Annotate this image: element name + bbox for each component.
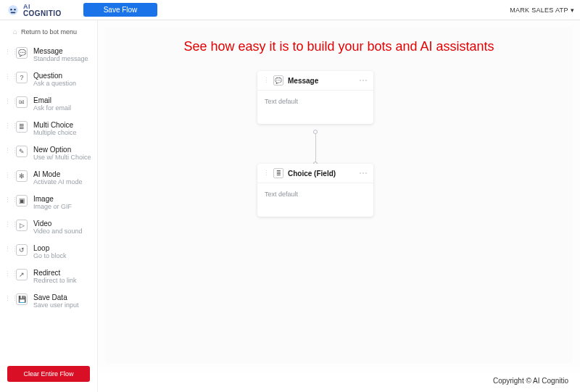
more-icon[interactable]: ⋯	[359, 170, 368, 177]
block-subtitle: Standard message	[33, 55, 88, 63]
node-title: Message	[288, 77, 355, 85]
block-icon: ✎	[16, 146, 28, 157]
robot-icon	[6, 3, 20, 17]
block-subtitle: Multiple choice	[33, 129, 77, 137]
drag-handle-icon[interactable]: ⋮⋮	[4, 195, 10, 203]
user-menu[interactable]: MARK SALES ATP ▾	[510, 7, 574, 14]
svg-point-0	[8, 5, 17, 14]
block-icon: ✻	[16, 170, 28, 182]
block-title: Message	[33, 47, 88, 55]
block-item[interactable]: ⋮⋮✉EmailAsk for email	[0, 92, 97, 117]
block-item[interactable]: ⋮⋮▣ImageImage or GIF	[0, 191, 97, 215]
logo-text-2: COGNITIO	[23, 10, 62, 17]
svg-rect-3	[11, 12, 16, 13]
node-body[interactable]: Text default	[257, 183, 373, 217]
message-icon: 💬	[273, 75, 283, 86]
logo: AI COGNITIO	[0, 3, 62, 17]
chevron-down-icon: ▾	[571, 7, 574, 14]
block-title: AI Mode	[33, 170, 83, 178]
block-subtitle: Ask for email	[33, 104, 71, 112]
block-title: Multi Choice	[33, 121, 77, 129]
node-body[interactable]: Text default	[257, 91, 373, 124]
block-icon: ≣	[16, 121, 28, 133]
block-item[interactable]: ⋮⋮↺LoopGo to block	[0, 240, 97, 264]
block-palette: ⋮⋮💬MessageStandard message⋮⋮?QuestionAsk…	[0, 43, 97, 360]
svg-point-1	[10, 8, 12, 10]
svg-point-2	[14, 8, 16, 10]
block-title: Redirect	[33, 269, 77, 277]
block-item[interactable]: ⋮⋮↗RedirectRedirect to link	[0, 264, 97, 289]
block-item[interactable]: ⋮⋮?QuestionAsk a question	[0, 67, 97, 92]
drag-handle-icon[interactable]: ⋮⋮	[4, 220, 10, 228]
drag-handle-icon[interactable]: ⋮⋮	[4, 293, 10, 301]
block-title: Image	[33, 195, 72, 203]
block-icon: ✉	[16, 96, 28, 108]
drag-handle-icon[interactable]: ⋮⋮	[4, 146, 10, 154]
drag-handle-icon[interactable]: ⋮⋮	[4, 269, 10, 277]
block-title: Loop	[33, 244, 67, 252]
flow-node-message[interactable]: ⋮⋮ 💬 Message ⋯ Text default	[257, 71, 373, 124]
drag-handle-icon[interactable]: ⋮⋮	[4, 47, 10, 55]
block-icon: ↗	[16, 269, 28, 280]
block-item[interactable]: ⋮⋮▷VideoVideo and sound	[0, 215, 97, 240]
user-label: MARK SALES ATP	[510, 7, 568, 14]
headline-text: See how easy it is to build your bots an…	[105, 39, 573, 54]
drag-handle-icon[interactable]: ⋮⋮	[263, 78, 269, 83]
flow-canvas[interactable]: See how easy it is to build your bots an…	[105, 28, 573, 363]
canvas-area: See how easy it is to build your bots an…	[98, 20, 580, 392]
block-title: Email	[33, 96, 71, 104]
node-header[interactable]: ⋮⋮ 💬 Message ⋯	[257, 71, 373, 91]
node-title: Choice (Field)	[288, 170, 355, 178]
more-icon[interactable]: ⋯	[359, 77, 368, 84]
block-title: Video	[33, 220, 82, 228]
drag-handle-icon[interactable]: ⋮⋮	[4, 72, 10, 80]
footer: Copyright © AI Cognitio	[98, 363, 580, 392]
node-header[interactable]: ⋮⋮ ≣ Choice (Field) ⋯	[257, 164, 373, 183]
block-subtitle: Video and sound	[33, 228, 82, 235]
sidebar: Return to bot menu ⋮⋮💬MessageStandard me…	[0, 20, 98, 392]
block-subtitle: Use w/ Multi Choice	[33, 154, 91, 162]
flow-node-choice[interactable]: ⋮⋮ ≣ Choice (Field) ⋯ Text default	[257, 164, 373, 217]
block-title: Question	[33, 72, 76, 80]
block-title: Save Data	[33, 293, 79, 301]
block-title: New Option	[33, 146, 91, 154]
drag-handle-icon[interactable]: ⋮⋮	[4, 244, 10, 252]
drag-handle-icon[interactable]: ⋮⋮	[263, 170, 269, 176]
block-icon: ▣	[16, 195, 28, 207]
block-icon: ▷	[16, 220, 28, 231]
clear-flow-button[interactable]: Clear Entire Flow	[7, 366, 90, 382]
connector-dot-icon	[313, 130, 318, 134]
block-subtitle: Activate AI mode	[33, 178, 83, 186]
logo-text-1: AI	[23, 3, 62, 10]
return-to-bot-menu[interactable]: Return to bot menu	[0, 20, 97, 43]
block-subtitle: Save user input	[33, 301, 79, 309]
block-subtitle: Redirect to link	[33, 277, 77, 285]
block-subtitle: Ask a question	[33, 80, 76, 88]
block-item[interactable]: ⋮⋮💾Save DataSave user input	[0, 289, 97, 314]
block-subtitle: Image or GIF	[33, 203, 72, 211]
block-subtitle: Go to block	[33, 252, 67, 260]
drag-handle-icon[interactable]: ⋮⋮	[4, 170, 10, 178]
top-bar: AI COGNITIO Save Flow MARK SALES ATP ▾	[0, 0, 580, 20]
block-item[interactable]: ⋮⋮≣Multi ChoiceMultiple choice	[0, 117, 97, 141]
list-icon: ≣	[273, 168, 283, 178]
block-icon: ↺	[16, 244, 28, 256]
drag-handle-icon[interactable]: ⋮⋮	[4, 96, 10, 104]
block-item[interactable]: ⋮⋮💬MessageStandard message	[0, 43, 97, 67]
block-icon: ?	[16, 72, 28, 83]
block-item[interactable]: ⋮⋮✎New OptionUse w/ Multi Choice	[0, 141, 97, 166]
block-icon: 💾	[16, 293, 28, 305]
block-icon: 💬	[16, 47, 28, 59]
return-label: Return to bot menu	[21, 28, 77, 36]
copyright-text: Copyright © AI Cognitio	[493, 377, 568, 385]
connector-line	[315, 132, 316, 164]
save-flow-button[interactable]: Save Flow	[83, 3, 158, 17]
block-item[interactable]: ⋮⋮✻AI ModeActivate AI mode	[0, 166, 97, 191]
drag-handle-icon[interactable]: ⋮⋮	[4, 121, 10, 129]
